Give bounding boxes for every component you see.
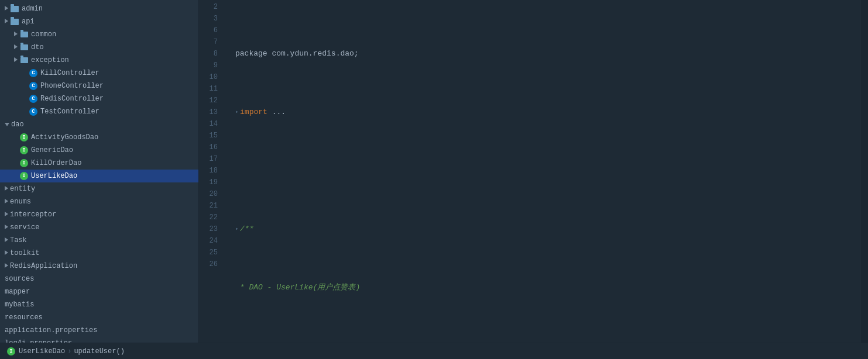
folder-arrow-icon (5, 262, 10, 270)
sidebar-item-label: UserLikeDao (31, 172, 77, 180)
class-c-icon: C (29, 68, 38, 78)
sidebar-item-rediscontroller[interactable]: C RedisController (0, 92, 198, 105)
sidebar-item-label: interceptor (10, 210, 56, 219)
sidebar-item-killcontroller[interactable]: C KillController (0, 67, 198, 80)
breadcrumb-method: updateUser() (74, 347, 124, 355)
class-c-icon: C (29, 107, 38, 116)
breadcrumb-bar: I UserLikeDao › updateUser() (0, 343, 868, 359)
code-lines: package com.ydun.redis.dao; ▸ import ...… (222, 0, 861, 343)
collapse-arrow-icon[interactable]: ▸ (235, 223, 239, 235)
class-i-icon: I (19, 158, 29, 168)
sidebar: admin api common dto excepti (0, 0, 199, 343)
folder-arrow-icon (5, 210, 10, 219)
sidebar-item-label: GenericDao (31, 146, 73, 154)
sidebar-item-label: PhoneController (40, 82, 104, 90)
folder-arrow-icon (5, 18, 10, 26)
folder-arrow-icon (5, 120, 11, 129)
sidebar-item-label: RedisController (40, 95, 104, 103)
class-i-icon: I (19, 133, 29, 142)
collapse-arrow-icon[interactable]: ▸ (235, 106, 239, 118)
class-i-icon: I (19, 146, 29, 155)
sidebar-item-label: entity (10, 185, 35, 193)
folder-icon (10, 17, 19, 26)
folder-arrow-icon (5, 236, 10, 244)
sidebar-item-api[interactable]: api (0, 15, 198, 28)
folder-icon (10, 4, 19, 13)
breadcrumb-class: UserLikeDao (19, 347, 65, 355)
sidebar-item-task[interactable]: Task (0, 234, 198, 247)
sidebar-item-entity[interactable]: entity (0, 182, 198, 195)
folder-icon (19, 30, 29, 39)
sidebar-item-label: dao (11, 120, 24, 129)
class-c-icon: C (29, 81, 38, 91)
class-i-icon: I (19, 171, 29, 181)
sidebar-item-common[interactable]: common (0, 28, 198, 41)
folder-icon (19, 43, 29, 52)
sidebar-item-label: application.properties (5, 326, 97, 334)
sidebar-item-interceptor[interactable]: interceptor (0, 208, 198, 221)
sidebar-item-admin[interactable]: admin (0, 2, 198, 15)
sidebar-item-label: admin (22, 5, 43, 13)
sidebar-item-service[interactable]: service (0, 221, 198, 234)
code-line-2: package com.ydun.redis.dao; (227, 48, 861, 60)
sidebar-item-label: ActivityGoodsDao (31, 133, 98, 141)
sidebar-item-label: TestController (40, 108, 100, 116)
code-editor[interactable]: 2 3 6 7 8 9 10 11 12 13 14 15 16 17 18 1… (199, 0, 861, 343)
editor-scrollbar[interactable] (861, 0, 868, 343)
sidebar-item-label: exception (31, 56, 69, 64)
sidebar-item-label: Task (10, 236, 27, 244)
sidebar-item-dto[interactable]: dto (0, 41, 198, 54)
code-line-8: * DAO - UserLike(用户点赞表) (227, 282, 861, 294)
sidebar-item-label: KillOrderDao (31, 159, 81, 167)
folder-icon (19, 56, 29, 65)
class-c-icon: C (29, 94, 38, 103)
folder-arrow-icon (5, 5, 10, 13)
code-line-7: ▸ /** (227, 223, 861, 235)
sidebar-item-label: enums (10, 198, 31, 206)
sidebar-item-label: service (10, 223, 39, 232)
sidebar-item-label: common (31, 30, 56, 39)
sidebar-item-redisapplication[interactable]: RedisApplication (0, 260, 198, 272)
folder-arrow-icon (14, 56, 19, 64)
code-line-3: ▸ import ... (227, 106, 861, 118)
folder-arrow-icon (5, 223, 10, 232)
code-line-6 (227, 165, 861, 177)
sidebar-item-label: sources (5, 275, 34, 283)
sidebar-item-phonecontroller[interactable]: C PhoneController (0, 80, 198, 92)
sidebar-item-label: RedisApplication (10, 262, 77, 270)
sidebar-item-label: api (22, 18, 35, 26)
sidebar-item-sources[interactable]: sources (0, 272, 198, 285)
sidebar-item-log4j-properties[interactable]: log4j.properties (0, 337, 198, 343)
sidebar-item-killorderdao[interactable]: I KillOrderDao (0, 157, 198, 170)
folder-arrow-icon (5, 198, 10, 206)
breadcrumb-separator: › (67, 347, 71, 355)
sidebar-item-exception[interactable]: exception (0, 54, 198, 67)
folder-arrow-icon (5, 185, 10, 193)
sidebar-item-label: mapper (5, 288, 30, 296)
code-content: 2 3 6 7 8 9 10 11 12 13 14 15 16 17 18 1… (199, 0, 861, 343)
sidebar-item-genericdao[interactable]: I GenericDao (0, 144, 198, 157)
sidebar-item-mapper[interactable]: mapper (0, 285, 198, 298)
code-line-9: * (227, 340, 861, 343)
sidebar-item-activitygoodsdao[interactable]: I ActivityGoodsDao (0, 131, 198, 144)
sidebar-item-toolkit[interactable]: toolkit (0, 247, 198, 260)
folder-arrow-icon (14, 30, 19, 39)
sidebar-item-testcontroller[interactable]: C TestController (0, 105, 198, 118)
sidebar-item-application-properties[interactable]: application.properties (0, 324, 198, 337)
sidebar-item-label: resources (5, 313, 43, 322)
sidebar-item-mybatis[interactable]: mybatis (0, 298, 198, 311)
sidebar-item-label: dto (31, 43, 44, 51)
sidebar-item-label: mybatis (5, 301, 34, 309)
sidebar-item-enums[interactable]: enums (0, 195, 198, 208)
folder-arrow-icon (14, 43, 19, 51)
sidebar-item-resources[interactable]: resources (0, 311, 198, 324)
sidebar-item-userlikedao[interactable]: I UserLikeDao (0, 170, 198, 182)
folder-arrow-icon (5, 249, 10, 257)
breadcrumb-icon: I (7, 347, 15, 355)
line-numbers: 2 3 6 7 8 9 10 11 12 13 14 15 16 17 18 1… (199, 0, 222, 343)
sidebar-item-dao[interactable]: dao (0, 118, 198, 131)
sidebar-item-label: KillController (40, 69, 100, 77)
sidebar-item-label: toolkit (10, 249, 39, 257)
main-container: admin api common dto excepti (0, 0, 868, 343)
